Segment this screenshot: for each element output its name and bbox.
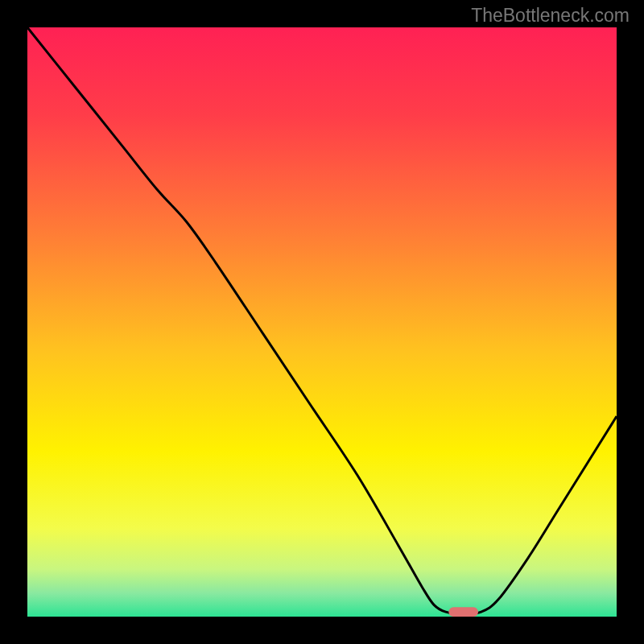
watermark-text: TheBottleneck.com — [471, 5, 630, 27]
plot-background — [27, 27, 617, 617]
optimal-marker — [448, 607, 478, 617]
chart-container: TheBottleneck.com — [0, 0, 644, 644]
bottleneck-chart — [0, 0, 644, 644]
